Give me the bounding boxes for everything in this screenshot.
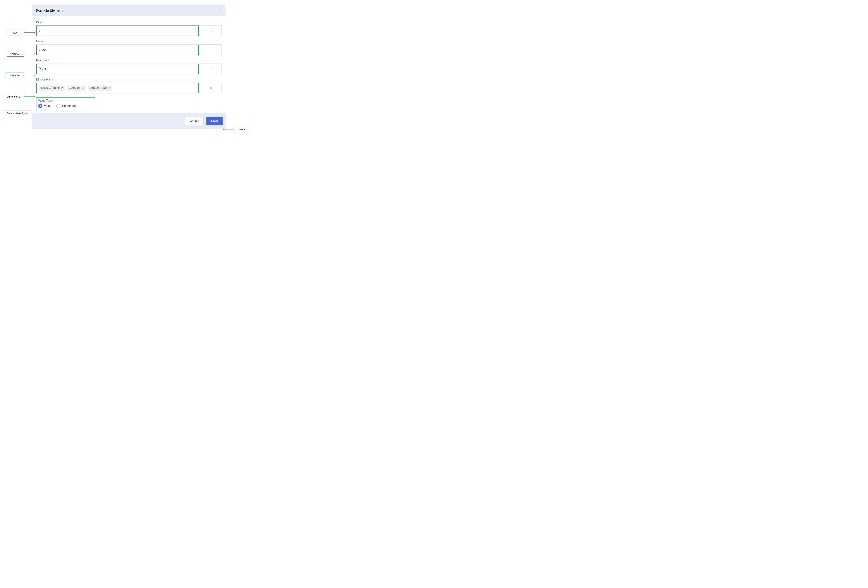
name-input-wrapper bbox=[36, 44, 221, 55]
save-button-label: Save bbox=[211, 119, 218, 122]
callout-name: Name bbox=[7, 51, 24, 57]
close-icon[interactable]: ✕ bbox=[218, 9, 221, 12]
value-type-radios: Value Percentage bbox=[38, 104, 93, 108]
name-input[interactable] bbox=[39, 48, 219, 52]
measure-display[interactable]: Profit bbox=[36, 64, 201, 74]
cancel-button[interactable]: Cancel bbox=[185, 117, 204, 125]
name-label: Name * bbox=[36, 40, 221, 43]
chip-label: Category bbox=[69, 86, 81, 90]
radio-selected-icon bbox=[38, 104, 42, 108]
chip-remove-icon[interactable]: ✕ bbox=[61, 86, 63, 89]
radio-percentage[interactable]: Percentage bbox=[56, 104, 77, 108]
radio-label: Value bbox=[44, 104, 52, 108]
measure-value: Profit bbox=[39, 67, 46, 71]
callout-save: Save bbox=[234, 127, 250, 132]
dimensions-chips-wrapper[interactable]: Sales Channel ✕ Category ✕ Product Type … bbox=[36, 83, 201, 93]
dialog-body: Key * ✕ Name * Measure * Profit bbox=[32, 16, 226, 113]
measure-label: Measure * bbox=[36, 59, 221, 62]
dimensions-label: Dimensions * bbox=[36, 78, 221, 81]
name-field-row bbox=[36, 44, 221, 55]
measure-field-row: Profit ✕ bbox=[36, 63, 221, 74]
callout-value-type: Define Value Type bbox=[3, 111, 31, 116]
chip-label: Product Type bbox=[89, 86, 107, 90]
dimension-chip: Product Type ✕ bbox=[88, 85, 112, 91]
arrow-line bbox=[224, 129, 234, 130]
callout-measure: Measure bbox=[5, 72, 24, 78]
radio-label: Percentage bbox=[62, 104, 77, 108]
radio-unselected-icon bbox=[56, 104, 61, 108]
radio-value[interactable]: Value bbox=[38, 104, 52, 108]
dimensions-clear-icon[interactable]: ✕ bbox=[201, 83, 221, 93]
key-clear-icon[interactable]: ✕ bbox=[201, 25, 221, 35]
key-input-wrapper bbox=[36, 25, 201, 35]
formula-element-dialog: Formula Element ✕ Key * ✕ Name * bbox=[32, 5, 226, 129]
key-label: Key * bbox=[36, 21, 221, 24]
dimensions-chips: Sales Channel ✕ Category ✕ Product Type … bbox=[39, 85, 112, 91]
save-button[interactable]: Save bbox=[207, 117, 223, 125]
key-input[interactable] bbox=[39, 29, 198, 32]
dialog-header: Formula Element ✕ bbox=[32, 5, 226, 16]
chip-label: Sales Channel bbox=[40, 86, 60, 90]
dimensions-field-row: Sales Channel ✕ Category ✕ Product Type … bbox=[36, 83, 221, 93]
chip-remove-icon[interactable]: ✕ bbox=[108, 86, 110, 89]
dimension-chip: Category ✕ bbox=[67, 85, 86, 91]
callout-dimensions: Dimensions bbox=[3, 94, 24, 99]
chip-remove-icon[interactable]: ✕ bbox=[82, 86, 84, 89]
dialog-footer: Cancel Save bbox=[32, 113, 226, 129]
measure-clear-icon[interactable]: ✕ bbox=[201, 64, 221, 74]
dialog-title: Formula Element bbox=[36, 9, 62, 12]
value-type-label: Value Type bbox=[38, 99, 93, 102]
key-field-row: ✕ bbox=[36, 25, 221, 36]
callout-key: Key bbox=[7, 30, 24, 35]
dimension-chip: Sales Channel ✕ bbox=[39, 85, 65, 91]
value-type-group: Value Type Value Percentage bbox=[36, 97, 95, 111]
